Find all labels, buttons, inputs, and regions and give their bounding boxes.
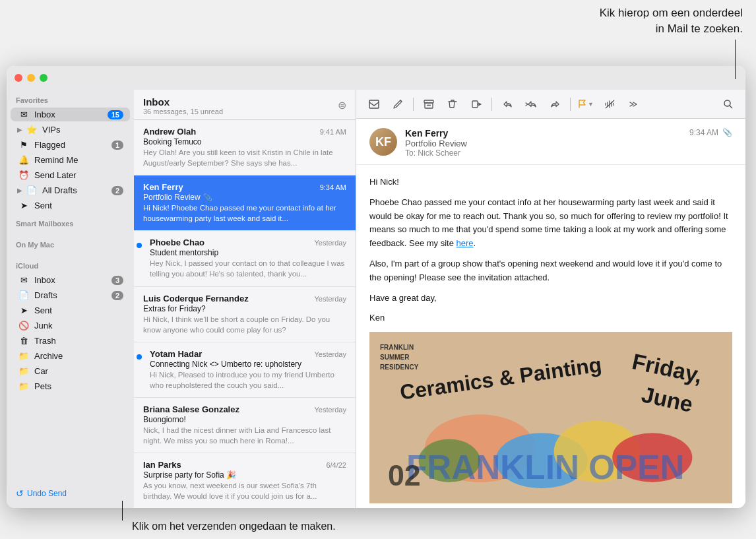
portfolio-link[interactable]: here (457, 238, 474, 248)
message-sender: Yotam Hadar (150, 349, 309, 359)
message-time: Yesterday (314, 239, 346, 247)
sidebar-item-icloud-archive[interactable]: 📁 Archive (11, 349, 130, 363)
folder-icon: 📁 (17, 366, 30, 376)
message-subject: Connecting Nick <> Umberto re: upholster… (143, 360, 346, 369)
message-item[interactable]: Phoebe Chao Yesterday Student mentorship… (134, 231, 356, 286)
email-to: To: Nick Scheer (405, 148, 681, 158)
undo-send-button[interactable]: ↺ Undo Send (7, 482, 134, 508)
message-sender: Briana Salese Gonzalez (143, 404, 309, 414)
sidebar-item-icloud-trash[interactable]: 🗑 Trash (11, 334, 130, 348)
message-time: 9:34 AM (320, 183, 346, 191)
sidebar-item-icloud-junk[interactable]: 🚫 Junk (11, 319, 130, 333)
sidebar-item-icloud-sent[interactable]: ➤ Sent (11, 303, 130, 317)
flag-button[interactable]: ▼ (576, 95, 596, 113)
email-subject: Portfolio Review (405, 139, 681, 148)
message-sender: Andrew Olah (143, 127, 315, 137)
filter-icon[interactable]: ⊜ (338, 99, 346, 111)
sidebar-item-inbox-favorites[interactable]: ✉ Inbox 15 (11, 108, 130, 121)
flagged-badge: 1 (111, 141, 123, 150)
message-time: Yesterday (314, 295, 346, 303)
annotation-line-bottom (122, 501, 123, 521)
archive-icon: 📁 (17, 351, 30, 361)
message-time: 9:41 AM (320, 128, 346, 136)
event-banner: FRANKLINSUMMERRESIDENCY Ceramics & Paint… (369, 332, 732, 503)
favorites-label: Favorites (7, 90, 134, 107)
reply-all-button[interactable] (521, 95, 541, 113)
svg-text:Ceramics & Painting: Ceramics & Painting (398, 352, 603, 404)
sidebar-item-send-later[interactable]: ⏰ Send Later (11, 168, 130, 182)
inbox-icon: ✉ (17, 110, 30, 119)
annotation-bottom: Klik om het verzenden ongedaan te maken. (132, 521, 336, 532)
sidebar-item-icloud-inbox[interactable]: ✉ Inbox 3 (11, 273, 130, 287)
sidebar-item-all-drafts[interactable]: ▶ 📄 All Drafts 2 (11, 183, 130, 197)
sidebar-item-label: Send Later (34, 170, 123, 180)
traffic-lights (15, 74, 47, 82)
sidebar-item-pets[interactable]: 📁 Pets (11, 379, 130, 393)
message-item[interactable]: Luis Coderque Fernandez Yesterday Extras… (134, 287, 356, 342)
sent-icon: ➤ (17, 305, 30, 315)
message-subject: Extras for Friday? (143, 304, 346, 313)
message-preview: As you know, next weekend is our sweet S… (143, 480, 346, 501)
toolbar-divider (413, 98, 414, 111)
message-subject: Surprise party for Sofia 🎉 (143, 470, 346, 480)
sidebar-item-label: Car (34, 366, 123, 376)
sidebar-item-icloud-drafts[interactable]: 📄 Drafts 2 (11, 288, 130, 302)
message-list-title: Inbox (143, 96, 223, 108)
message-subject: Buongiorno! (143, 415, 346, 424)
message-sender: Phoebe Chao (150, 238, 309, 247)
close-button[interactable] (15, 74, 22, 82)
star-icon: ⭐ (25, 125, 38, 135)
sidebar-item-label: Pets (34, 381, 123, 391)
message-item[interactable]: Yotam Hadar Yesterday Connecting Nick <>… (134, 342, 356, 398)
banner-svg: Ceramics & Painting Friday, June FRANKLI… (369, 332, 732, 503)
sidebar-item-label: Trash (34, 336, 123, 346)
message-item[interactable]: Briana Salese Gonzalez Yesterday Buongio… (134, 398, 356, 453)
message-item[interactable]: Andrew Olah 9:41 AM Booking Temuco Hey O… (134, 120, 356, 175)
sidebar-item-remind-me[interactable]: 🔔 Remind Me (11, 153, 130, 167)
unread-indicator (137, 243, 142, 248)
compose-button[interactable] (388, 95, 408, 113)
sidebar-item-vips[interactable]: ▶ ⭐ VIPs (11, 123, 130, 137)
inbox-badge: 15 (108, 110, 123, 119)
message-item[interactable]: Ken Ferry 9:34 AM Portfolio Review 📎 Hi … (134, 175, 356, 231)
svg-text:June: June (639, 382, 695, 416)
email-toolbar: ▼ (356, 90, 745, 119)
drafts-icon: 📄 (17, 290, 30, 300)
sidebar-item-car[interactable]: 📁 Car (11, 364, 130, 378)
message-item[interactable]: Ian Parks 6/4/22 Surprise party for Sofi… (134, 453, 356, 508)
message-preview: Nick, I had the nicest dinner with Lia a… (143, 425, 346, 446)
sidebar-item-label: Sent (34, 305, 123, 315)
drafts-icon: 📄 (25, 185, 38, 195)
message-preview: Hey Olah! Are you still keen to visit Kr… (143, 147, 346, 168)
reply-button[interactable] (497, 95, 517, 113)
email-body: Hi Nick! Phoebe Chao passed me your cont… (356, 165, 745, 508)
message-preview: Hey Nick, I passed your contact on to th… (143, 258, 346, 279)
search-button[interactable] (718, 95, 738, 113)
new-message-button[interactable] (364, 95, 384, 113)
inbox-icon: ✉ (17, 275, 30, 285)
message-preview: Hi Nick, I think we'll be short a couple… (143, 314, 346, 335)
junk-icon: 🚫 (17, 321, 30, 331)
sidebar-item-flagged[interactable]: ⚑ Flagged 1 (11, 138, 130, 152)
mute-button[interactable] (600, 95, 619, 113)
sidebar-item-label: Junk (34, 321, 123, 331)
message-preview: Hi Nick! Phoebe Chao passed me your cont… (143, 203, 346, 224)
fullscreen-button[interactable] (40, 74, 47, 82)
avatar: KF (369, 128, 397, 156)
icloud-label: iCloud (7, 255, 134, 272)
attachment-icon: 📎 (722, 128, 732, 137)
icloud-inbox-badge: 3 (111, 276, 123, 285)
more-button[interactable] (623, 95, 643, 113)
archive-button[interactable] (419, 95, 439, 113)
sidebar-item-label: All Drafts (42, 185, 111, 195)
email-header: KF Ken Ferry Portfolio Review To: Nick S… (356, 119, 745, 165)
annotation-line-top (735, 40, 736, 79)
trash-button[interactable] (443, 95, 462, 113)
smart-mailboxes-label: Smart Mailboxes (7, 213, 134, 230)
minimize-button[interactable] (27, 74, 35, 82)
remind-icon: 🔔 (17, 155, 30, 165)
move-button[interactable] (466, 95, 486, 113)
forward-button[interactable] (545, 95, 565, 113)
sidebar-item-sent[interactable]: ➤ Sent (11, 199, 130, 212)
sidebar-item-label: Flagged (34, 140, 111, 150)
